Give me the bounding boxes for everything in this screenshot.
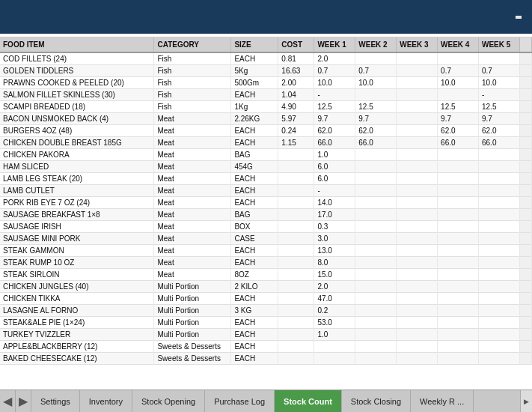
cell-r0-c6	[397, 52, 438, 65]
cell-r1-c7: 0.7	[438, 65, 479, 77]
cell-r9-c3	[278, 161, 314, 173]
table-row: APPLE&BLACKBERRY (12)Sweets & DessertsEA…	[0, 341, 532, 353]
tab-inventory[interactable]: Inventory	[80, 390, 132, 412]
cell-r3-c2: EACH	[231, 89, 278, 101]
cell-r16-c3	[278, 245, 314, 257]
cell-r7-c7: 66.0	[438, 137, 479, 149]
cell-r21-c0: LASAGNE AL FORNO	[0, 305, 154, 317]
cell-r1-c5: 0.7	[355, 65, 397, 77]
tab-stock-count[interactable]: Stock Count	[275, 390, 342, 412]
cell-r8-c1: Meat	[154, 149, 231, 161]
cell-r22-c1: Multi Portion	[154, 317, 231, 329]
cell-r19-c1: Multi Portion	[154, 281, 231, 293]
cell-r13-c6	[397, 209, 438, 221]
cell-r5-c8: 9.7	[479, 113, 520, 125]
cell-r4-c4: 12.5	[314, 101, 355, 113]
cell-r25-c1: Sweets & Desserts	[154, 353, 231, 365]
cell-r25-c3	[278, 353, 314, 365]
cell-r22-c6	[397, 317, 438, 329]
cell-r3-extra	[519, 89, 531, 101]
tab-stock-opening[interactable]: Stock Opening	[132, 390, 205, 412]
table-row: GOLDEN TIDDLERSFish5Kg16.630.70.70.70.7	[0, 65, 532, 77]
table-row: PRAWNS COOKED & PEELED (20)Fish500Gm2.00…	[0, 77, 532, 89]
cell-r9-c2: 454G	[231, 161, 278, 173]
cell-r22-c0: STEAK&ALE PIE (1×24)	[0, 317, 154, 329]
stock-table-container: FOOD ITEM CATEGORY SIZE COST WEEK 1 WEEK…	[0, 37, 532, 390]
cell-r12-c6	[397, 197, 438, 209]
cell-r5-c1: Meat	[154, 113, 231, 125]
cell-r21-extra	[519, 305, 531, 317]
cell-r6-extra	[519, 125, 531, 137]
table-row: BAKED CHEESECAKE (12)Sweets & DessertsEA…	[0, 353, 532, 365]
cell-r12-c4: 14.0	[314, 197, 355, 209]
table-row: STEAK GAMMONMeatEACH13.0	[0, 245, 532, 257]
cell-r6-c1: Meat	[154, 125, 231, 137]
tab-settings[interactable]: Settings	[31, 390, 80, 412]
cell-r25-c2: EACH	[231, 353, 278, 365]
cell-r24-c2: EACH	[231, 341, 278, 353]
cell-r13-c0: SAUSAGE BREAKFAST 1×8	[0, 209, 154, 221]
cell-r4-c3: 4.90	[278, 101, 314, 113]
cell-r7-c1: Meat	[154, 137, 231, 149]
col-header-week3: WEEK 3	[397, 37, 438, 52]
table-row: HAM SLICEDMeat454G6.0	[0, 161, 532, 173]
cell-r24-c7	[438, 341, 479, 353]
cell-r21-c2: 3 KG	[231, 305, 278, 317]
cell-r8-c7	[438, 149, 479, 161]
cell-r5-c7: 9.7	[438, 113, 479, 125]
cell-r4-c6	[397, 101, 438, 113]
table-row: PORK RIB EYE 7 OZ (24)MeatEACH14.0	[0, 197, 532, 209]
cell-r24-c3	[278, 341, 314, 353]
table-body: COD FILLETS (24)FishEACH0.812.0GOLDEN TI…	[0, 52, 532, 365]
stock-table: FOOD ITEM CATEGORY SIZE COST WEEK 1 WEEK…	[0, 37, 532, 365]
cell-r0-c8	[479, 52, 520, 65]
cell-r14-c2: BOX	[231, 221, 278, 233]
table-row: COD FILLETS (24)FishEACH0.812.0	[0, 52, 532, 65]
cell-r20-c4: 47.0	[314, 293, 355, 305]
cell-r1-c0: GOLDEN TIDDLERS	[0, 65, 154, 77]
cell-r11-c6	[397, 185, 438, 197]
cell-r8-c5	[355, 149, 397, 161]
table-row: CHICKEN PAKORAMeatBAG1.0	[0, 149, 532, 161]
cell-r19-extra	[519, 281, 531, 293]
col-header-week1: WEEK 1	[314, 37, 355, 52]
cell-r23-c3	[278, 329, 314, 341]
cell-r24-c8	[479, 341, 520, 353]
cell-r18-c1: Meat	[154, 269, 231, 281]
tab-weekly-r-...[interactable]: Weekly R ...	[411, 390, 474, 412]
cell-r15-c2: CASE	[231, 233, 278, 245]
cell-r18-c0: STEAK SIRLOIN	[0, 269, 154, 281]
cell-r20-c5	[355, 293, 397, 305]
cell-r21-c8	[479, 305, 520, 317]
cell-r17-c0: STEAK RUMP 10 OZ	[0, 257, 154, 269]
cell-r17-c1: Meat	[154, 257, 231, 269]
cell-r14-c5	[355, 221, 397, 233]
cell-r11-c4: -	[314, 185, 355, 197]
tab-stock-closing[interactable]: Stock Closing	[342, 390, 411, 412]
cell-r23-c7	[438, 329, 479, 341]
cell-r20-c1: Multi Portion	[154, 293, 231, 305]
cell-r1-c8: 0.7	[479, 65, 520, 77]
table-row: SALMON FILLET SKINLESS (30)FishEACH1.04-…	[0, 89, 532, 101]
cell-r17-c6	[397, 257, 438, 269]
cell-r13-c3	[278, 209, 314, 221]
logo	[516, 16, 523, 19]
cell-r24-c1: Sweets & Desserts	[154, 341, 231, 353]
tab-nav-right[interactable]: ▶	[16, 390, 31, 412]
table-row: SAUSAGE BREAKFAST 1×8MeatBAG17.0	[0, 209, 532, 221]
cell-r21-c7	[438, 305, 479, 317]
cell-r4-extra	[519, 101, 531, 113]
cell-r2-c4: 10.0	[314, 77, 355, 89]
cell-r19-c5	[355, 281, 397, 293]
cell-r10-c2: EACH	[231, 173, 278, 185]
cell-r3-c4: -	[314, 89, 355, 101]
cell-r23-extra	[519, 329, 531, 341]
tab-nav-left[interactable]: ◀	[0, 390, 16, 412]
table-row: SAUSAGE MINI PORKMeatCASE3.0	[0, 233, 532, 245]
cell-r9-c0: HAM SLICED	[0, 161, 154, 173]
cell-r17-c7	[438, 257, 479, 269]
cell-r12-c3	[278, 197, 314, 209]
tab-purchase-log[interactable]: Purchase Log	[205, 390, 275, 412]
tab-scroll-right[interactable]: ▶	[520, 390, 532, 412]
cell-r0-c5	[355, 52, 397, 65]
